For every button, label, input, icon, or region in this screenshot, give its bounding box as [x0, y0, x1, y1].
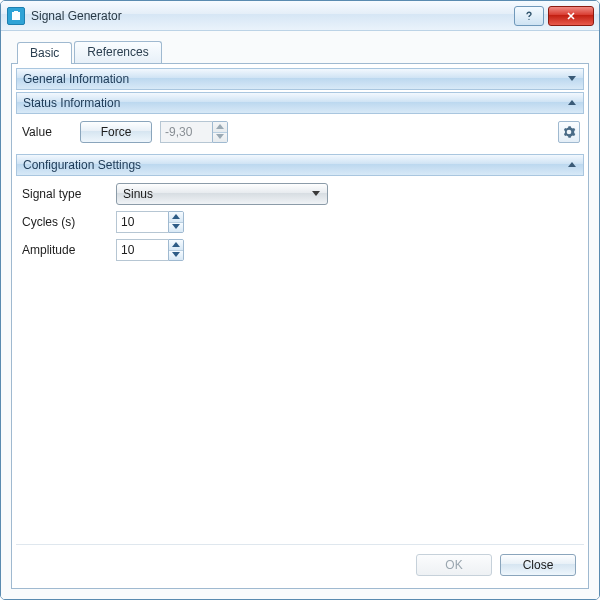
section-body-config: Signal type Sinus Cycles (s) — [16, 176, 584, 270]
row-signal-type: Signal type Sinus — [20, 180, 580, 208]
section-title-general: General Information — [23, 72, 129, 86]
row-amplitude: Amplitude — [20, 236, 580, 264]
close-button[interactable] — [548, 6, 594, 26]
svg-rect-1 — [14, 11, 18, 13]
svg-marker-9 — [172, 214, 180, 219]
svg-marker-5 — [216, 124, 224, 129]
dialog-footer: OK Close — [16, 544, 584, 584]
svg-rect-0 — [12, 12, 20, 20]
help-button[interactable] — [514, 6, 544, 26]
dropdown-arrow-icon — [309, 191, 323, 197]
svg-marker-6 — [216, 134, 224, 139]
settings-button[interactable] — [558, 121, 580, 143]
chevron-up-icon — [567, 98, 577, 108]
spin-up-icon — [213, 122, 227, 132]
svg-marker-4 — [568, 100, 576, 105]
tab-references[interactable]: References — [74, 41, 161, 63]
label-value: Value — [20, 125, 80, 139]
section-header-status[interactable]: Status Information — [16, 92, 584, 114]
force-button[interactable]: Force — [80, 121, 152, 143]
section-title-status: Status Information — [23, 96, 120, 110]
titlebar[interactable]: Signal Generator — [1, 1, 599, 31]
value-input — [160, 121, 212, 143]
cycles-spinner[interactable] — [168, 211, 184, 233]
tab-basic[interactable]: Basic — [17, 42, 72, 64]
value-spinner — [212, 121, 228, 143]
svg-point-2 — [528, 18, 529, 19]
ok-button: OK — [416, 554, 492, 576]
gear-icon — [562, 125, 576, 139]
tab-bar: Basic References — [11, 39, 589, 63]
spin-up-icon[interactable] — [169, 240, 183, 250]
svg-marker-7 — [568, 162, 576, 167]
section-body-status: Value Force — [16, 114, 584, 152]
spin-down-icon[interactable] — [169, 222, 183, 233]
cycles-input[interactable] — [116, 211, 168, 233]
signal-type-select[interactable]: Sinus — [116, 183, 328, 205]
app-icon — [7, 7, 25, 25]
amplitude-spinner[interactable] — [168, 239, 184, 261]
section-header-general[interactable]: General Information — [16, 68, 584, 90]
row-value: Value Force — [20, 118, 580, 146]
value-field — [160, 121, 228, 143]
label-cycles: Cycles (s) — [20, 215, 116, 229]
amplitude-input[interactable] — [116, 239, 168, 261]
spin-up-icon[interactable] — [169, 212, 183, 222]
label-signal-type: Signal type — [20, 187, 116, 201]
label-amplitude: Amplitude — [20, 243, 116, 257]
section-header-config[interactable]: Configuration Settings — [16, 154, 584, 176]
svg-marker-11 — [172, 242, 180, 247]
signal-type-value: Sinus — [123, 187, 153, 201]
window-title: Signal Generator — [31, 9, 122, 23]
svg-marker-8 — [312, 191, 320, 196]
cycles-field — [116, 211, 184, 233]
dialog-window: Signal Generator Basic References Genera… — [0, 0, 600, 600]
close-dialog-button[interactable]: Close — [500, 554, 576, 576]
svg-marker-12 — [172, 252, 180, 257]
chevron-down-icon — [567, 74, 577, 84]
chevron-up-icon — [567, 160, 577, 170]
svg-marker-10 — [172, 224, 180, 229]
spin-down-icon — [213, 132, 227, 143]
client-area: Basic References General Information Sta… — [1, 31, 599, 599]
row-cycles: Cycles (s) — [20, 208, 580, 236]
section-title-config: Configuration Settings — [23, 158, 141, 172]
amplitude-field — [116, 239, 184, 261]
spin-down-icon[interactable] — [169, 250, 183, 261]
tab-panel-basic: General Information Status Information V… — [11, 63, 589, 589]
svg-marker-3 — [568, 76, 576, 81]
